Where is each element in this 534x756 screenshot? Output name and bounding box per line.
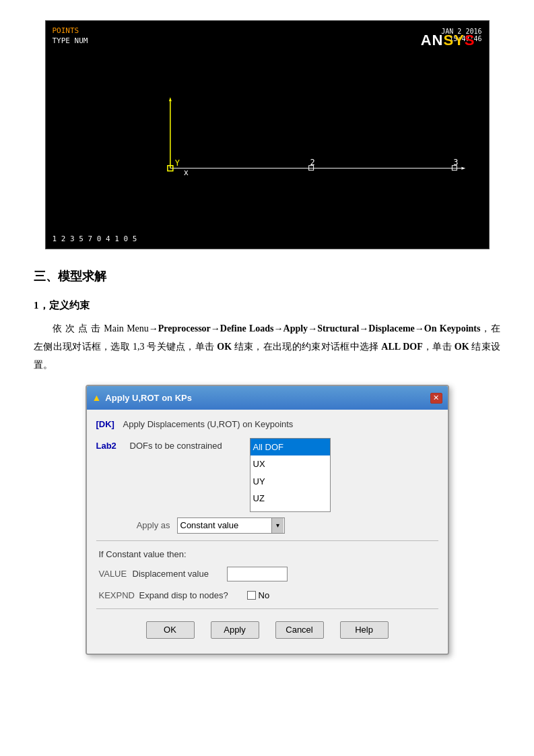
lab2-row: Lab2 DOFs to be constrained All DOF UX U… — [96, 438, 438, 512]
apply-urot-dialog: ▲ Apply U,ROT on KPs ✕ [DK] Apply Displa… — [86, 385, 449, 655]
dof-uy[interactable]: UY — [251, 473, 330, 490]
dialog-divider-2 — [96, 608, 438, 609]
dk-label: [DK] — [96, 416, 123, 432]
dof-rotx[interactable]: ROTX — [251, 507, 330, 511]
kexpnd-checkbox[interactable] — [247, 591, 256, 600]
doc-content: 三、模型求解 1，定义约束 依 次 点 击 Main Menu→Preproce… — [34, 265, 500, 655]
value-input[interactable] — [227, 567, 288, 581]
dof-ux[interactable]: UX — [251, 455, 330, 472]
dof-uz[interactable]: UZ — [251, 490, 330, 507]
body-text: 依 次 点 击 Main Menu→Preprocessor→Define Lo… — [34, 320, 500, 374]
dialog-titlebar: ▲ Apply U,ROT on KPs ✕ — [87, 386, 448, 410]
dialog-title-label: Apply U,ROT on KPs — [105, 390, 192, 406]
svg-text:x: x — [183, 168, 188, 177]
apply-as-label: Apply as — [96, 517, 177, 533]
svg-marker-2 — [461, 167, 465, 170]
dialog-title-icon: ▲ — [92, 389, 102, 406]
intro-text: 依 次 点 击 Main Menu→Preprocessor→Define Lo… — [34, 323, 500, 369]
apply-as-dropdown-wrapper: Constant value Table Function ▾ — [177, 517, 285, 534]
dialog-title-text: ▲ Apply U,ROT on KPs — [92, 389, 192, 406]
kexpnd-desc: Expand disp to nodes? — [139, 588, 247, 603]
dialog-wrapper: ▲ Apply U,ROT on KPs ✕ [DK] Apply Displa… — [86, 385, 449, 655]
value-desc: Displacement value — [133, 566, 227, 581]
dialog-close-button[interactable]: ✕ — [430, 393, 442, 404]
apply-button[interactable]: Apply — [211, 621, 259, 639]
dialog-body: [DK] Apply Displacements (U,ROT) on Keyp… — [87, 410, 448, 654]
kexpnd-row: KEXPND Expand disp to nodes? No — [96, 588, 438, 603]
value-key: VALUE — [99, 566, 133, 581]
viewport-bottom-text: 1 2 3 5 7 0 4 1 0 5 — [53, 234, 137, 243]
apply-as-select[interactable]: Constant value Table Function — [177, 517, 285, 534]
dialog-buttons: OK Apply Cancel Help — [96, 615, 438, 647]
lab2-text: DOFs to be constrained — [130, 438, 244, 453]
ok-button[interactable]: OK — [146, 621, 195, 639]
cancel-button[interactable]: Cancel — [275, 621, 324, 639]
dk-text: Apply Displacements (U,ROT) on Keypoints — [123, 416, 294, 432]
help-button[interactable]: Help — [340, 621, 389, 639]
dk-row: [DK] Apply Displacements (U,ROT) on Keyp… — [96, 416, 438, 432]
ansys-viewport: POINTS TYPE NUM ANSYS JAN 2 2016 15:47:4… — [45, 20, 490, 249]
dialog-divider — [96, 540, 438, 541]
sub-title: 1，定义约束 — [34, 296, 500, 315]
section-title: 三、模型求解 — [34, 265, 500, 287]
svg-marker-3 — [168, 97, 171, 101]
dof-all-dof[interactable]: All DOF — [251, 439, 330, 455]
apply-as-row: Apply as Constant value Table Function ▾ — [96, 517, 438, 534]
kexpnd-no-label: No — [259, 588, 270, 603]
constant-label: If Constant value then: — [96, 546, 438, 562]
value-row: VALUE Displacement value — [96, 566, 438, 581]
lab2-label: Lab2 — [96, 438, 130, 453]
viewport-canvas: Y x 2 3 — [46, 21, 489, 249]
dof-listbox[interactable]: All DOF UX UY UZ ROTX — [250, 438, 331, 512]
kexpnd-key: KEXPND — [99, 588, 139, 603]
svg-text:Y: Y — [174, 158, 179, 168]
